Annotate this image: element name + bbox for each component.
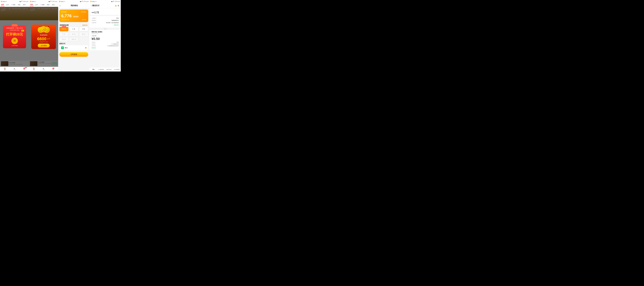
amount-btn-15[interactable]: 15 元	[69, 32, 78, 36]
wechat-method-row[interactable]: 微 微信	[59, 45, 88, 50]
status-bar-4: 📶 536K/s ⊙ 📷 ⏰ 🔋93 11:53	[90, 0, 121, 3]
wbn-account-label: 我的账单	[100, 69, 104, 70]
record-icon-2: ⊙	[35, 1, 36, 2]
wcc-bottom: 10000金币=1元 金币说明	[61, 19, 86, 20]
detail-link-1[interactable]: 查看详情	[92, 24, 119, 26]
bnav-task-1[interactable]: 实励 🎯 任务	[20, 67, 29, 71]
wechat-back-button[interactable]: ‹	[91, 4, 92, 7]
amount-grid: 新人专享 0.5 元 1 元 3 元 5 元 15 元 30 元 50 元 10…	[58, 27, 90, 42]
wechat-timestamp: 11:52	[90, 27, 121, 30]
wechat-lock-icon: 🔒	[115, 5, 117, 6]
notif-merchant-value: 火火视频极速版	[111, 43, 119, 45]
method-label: 提现方式	[59, 43, 88, 45]
redenv-open-button[interactable]: 開	[11, 37, 18, 44]
tab-yinyue-1[interactable]: 音乐	[6, 3, 10, 6]
notif-detail-link[interactable]: 查看详情	[92, 47, 119, 49]
tab-meishi-2[interactable]: 美食	[46, 3, 50, 6]
coin-2: ¥	[41, 26, 47, 32]
notif-detail-row: 入账详情 火火视频极速版提现成功	[92, 45, 119, 47]
tab-tuijian-2[interactable]: 推荐	[30, 3, 34, 6]
wallet-submit-button[interactable]: 立即提现	[59, 52, 88, 57]
account-icon: ≡	[98, 69, 100, 70]
bnav-task-label-1: 任务	[24, 69, 25, 71]
signal-icon-3: 📶	[59, 1, 60, 2]
amount-btn-30[interactable]: 30 元	[79, 32, 88, 36]
time-text-2: 11:51	[54, 1, 57, 2]
big-amount-text: ++1.72	[92, 10, 119, 14]
speed-text-3: 584K/s	[61, 1, 64, 2]
detail-row: 入账详情 360互助一瓜分现金奖励	[92, 21, 119, 24]
redenv-overlay-1[interactable]: 最高 恭喜您获得一个新人红包 仅限新注册用户领取 打开得28元 開 当天即可提现	[0, 7, 29, 67]
time-text-4: 11:53	[117, 1, 120, 2]
redenv-footer: 当天即可提现	[5, 45, 24, 46]
plus-sign: +	[92, 11, 93, 14]
amount-btn-100[interactable]: 100 元	[69, 37, 78, 42]
video-icon-1: ▶	[14, 68, 15, 69]
account-label: 入账账户	[92, 17, 96, 19]
redenv-title: 恭喜您获得一个新人红包	[5, 27, 24, 29]
tab-youxi-1[interactable]: 游戏	[22, 3, 26, 6]
tab-guangchangwu-2[interactable]: 广场舞	[40, 3, 45, 6]
wechat-selected-dot	[85, 47, 86, 48]
redenv-overlay-2[interactable]: ¥ ¥ ¥ ✦ ✦ 恭喜您获得 6600 金币 10000金币=1.00元 点击…	[29, 7, 58, 67]
task-badge-1: 实励	[25, 67, 27, 68]
withdraw-record-link[interactable]: 提现记录>	[82, 24, 88, 26]
bnav-video-label-1: 小视频	[13, 69, 16, 71]
status-bar-1: 📶 690K/s ⊙ 📷 ⏰ 🔋93 11:50	[0, 0, 29, 3]
coin-label: 金币余额	[61, 11, 66, 13]
withdraw-title-text: 选择提现金额	[60, 24, 68, 26]
amount-btn-50[interactable]: 50 元	[59, 37, 68, 42]
coin-rate: 10000金币=1元	[61, 19, 69, 20]
tab-yinyue-2[interactable]: 音乐	[35, 3, 38, 6]
wbn-account[interactable]: ≡ 我的账单	[97, 69, 105, 70]
security-icon: ≡	[106, 69, 107, 70]
bnav-video-label-2: 小视频	[42, 69, 45, 71]
wechat-gear-icon[interactable]: ⚙	[118, 4, 119, 7]
record-icon: ⊙	[6, 1, 7, 2]
bnav-task-2[interactable]: 🎯 任务	[48, 67, 58, 71]
wechat-header: ‹ 微信支付 🔒 ⚙	[90, 3, 121, 8]
bnav-home-1[interactable]: 🏠 首页	[0, 67, 10, 71]
detail-label: 入账详情	[92, 22, 96, 23]
notification-amount-label: 入账金额	[92, 35, 119, 37]
status-bar-3: 📶 584K/s ⊙ 📷 ⏰ 🔋93 11:52	[58, 0, 90, 3]
notification-date: 2月12日 11:52	[92, 33, 119, 34]
new-badge: 新人专享	[62, 26, 66, 27]
amount-btn-1[interactable]: 1 元	[69, 27, 78, 31]
amount-btn-0.5[interactable]: 新人专享 0.5 元	[59, 27, 68, 31]
amount-btn-3[interactable]: 3 元	[79, 27, 88, 31]
panel-wallet: 📶 584K/s ⊙ 📷 ⏰ 🔋93 11:52 ‹ 我的钱包 金币余额 金币明…	[58, 0, 90, 71]
account-value: 零钱	[116, 17, 119, 19]
bnav-home-2[interactable]: 🏠 首页	[29, 67, 39, 71]
coin-explain-link[interactable]: 金币说明	[82, 19, 86, 20]
bnav-video-2[interactable]: ▶ 小视频	[39, 67, 48, 71]
speed-text: 690K/s	[2, 1, 6, 2]
notif-detail-value: 火火视频极速版提现成功	[107, 45, 119, 47]
coin-approx: 约0.68元	[73, 16, 79, 17]
coin-amount: 6,776	[61, 13, 72, 18]
tab-guangchangwu-1[interactable]: 广场舞	[11, 3, 16, 6]
redenv-claim-button[interactable]: 点击领钱	[38, 44, 50, 47]
bnav-video-1[interactable]: ▶ 小视频	[10, 67, 20, 71]
merchant-value: 海豚健康咨询	[112, 20, 119, 21]
coin-detail-link[interactable]: 金币明细>	[81, 11, 86, 13]
battery-icon-3: 🔋93	[83, 1, 86, 2]
battery-icon: 🔋93	[23, 1, 25, 2]
amount-btn-5[interactable]: 5 元	[59, 32, 68, 36]
alarm-icon-2: ⏰	[50, 1, 52, 2]
tab-tuijian-1[interactable]: 推荐	[0, 3, 4, 6]
speed-text-2: 569K/s	[32, 1, 35, 2]
battery-icon-4: 🔋93	[114, 1, 117, 2]
camera-icon-4: 📷	[111, 1, 112, 2]
keyboard-icon: ⌨	[92, 69, 94, 70]
wbn-keyboard[interactable]: ⌨	[90, 69, 97, 70]
redenv-big-amount: 6600	[37, 36, 46, 41]
nav-tabs-2: 推荐 音乐 广场舞 美食 游戏	[29, 3, 58, 7]
wbn-help[interactable]: ≡ 其他帮助	[113, 69, 121, 70]
max-badge: 最高	[21, 30, 24, 31]
record-icon-3: ⊙	[64, 1, 65, 2]
tab-meishi-1[interactable]: 美食	[17, 3, 21, 6]
wbn-security[interactable]: ≡ 账户安全	[105, 69, 113, 70]
tab-youxi-2[interactable]: 游戏	[51, 3, 55, 6]
camera-icon-3: 📷	[80, 1, 81, 2]
